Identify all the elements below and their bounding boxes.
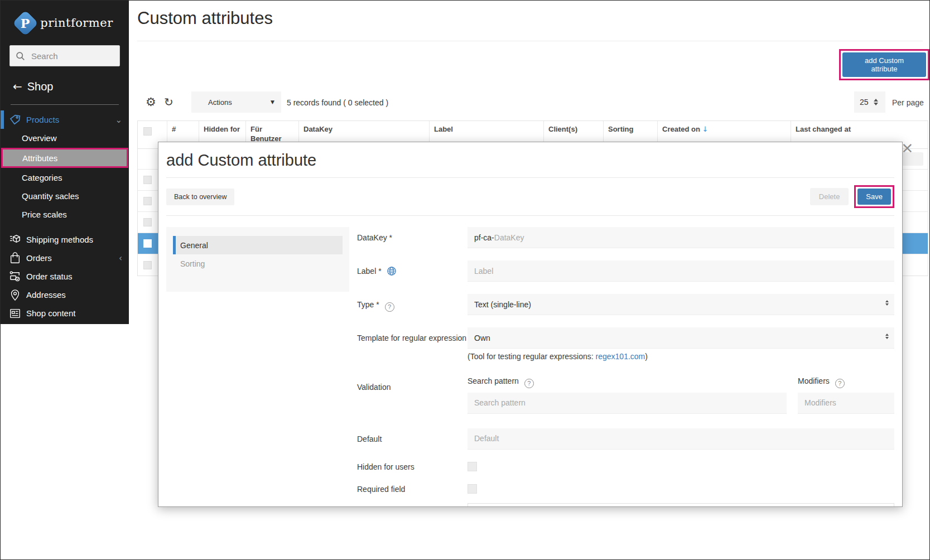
sidebar-item-orders[interactable]: Orders ‹ xyxy=(1,249,129,267)
sidebar-item-label: Quantity sacles xyxy=(22,191,79,201)
page-title: Custom attributes xyxy=(137,8,273,28)
save-button[interactable]: Save xyxy=(857,189,891,205)
regex101-link[interactable]: regex101.com xyxy=(596,352,645,361)
row-checkbox[interactable] xyxy=(143,239,152,248)
datakey-prefix: pf-ca- xyxy=(474,233,494,242)
sidebar-item-label: Price scales xyxy=(22,210,67,219)
sidebar: P printformer ← Shop xyxy=(1,1,129,324)
modal-nav-general[interactable]: General xyxy=(173,236,343,254)
delete-button[interactable]: Delete xyxy=(810,188,849,205)
hidden-for-users-checkbox[interactable] xyxy=(468,462,477,471)
tag-icon xyxy=(8,113,22,127)
per-page-select[interactable]: 25 xyxy=(854,91,885,113)
sidebar-item-shipping-methods[interactable]: Shipping methods xyxy=(1,230,129,249)
add-custom-attribute-button[interactable]: add Custom attribute xyxy=(842,52,926,77)
sidebar-item-addresses[interactable]: Addresses xyxy=(1,286,129,304)
regex-hint: (Tool for testing regular expressions: r… xyxy=(468,352,894,361)
select-stepper-icon xyxy=(885,300,889,306)
sidebar-item-label: Overview xyxy=(22,133,57,143)
label-input[interactable] xyxy=(468,260,894,282)
row-checkbox[interactable] xyxy=(143,261,152,269)
back-arrow-icon: ← xyxy=(13,80,22,93)
refresh-icon[interactable]: ↻ xyxy=(164,95,174,109)
search-pattern-input[interactable] xyxy=(468,393,787,414)
clients-label: Clients * xyxy=(357,503,468,508)
label-label: Label * xyxy=(357,260,468,282)
shop-label: Shop xyxy=(27,80,54,93)
validation-label: Validation xyxy=(357,376,468,414)
screenshot-frame: P printformer ← Shop xyxy=(0,0,930,560)
map-pin-icon xyxy=(8,288,22,302)
close-icon[interactable]: × xyxy=(901,140,914,155)
sidebar-item-shop-content[interactable]: Shop content xyxy=(1,304,129,322)
sidebar-item-categories[interactable]: Categories xyxy=(1,168,129,187)
row-checkbox[interactable] xyxy=(143,176,152,184)
sidebar-item-quantity-sacles[interactable]: Quantity sacles xyxy=(1,187,129,205)
sidebar-item-price-scales[interactable]: Price scales xyxy=(1,205,129,224)
required-field-checkbox[interactable] xyxy=(468,484,477,494)
select-stepper-icon xyxy=(885,334,889,339)
sidebar-item-order-status[interactable]: Order status xyxy=(1,267,129,286)
help-icon[interactable]: ? xyxy=(524,379,534,388)
type-select[interactable]: Text (single-line) xyxy=(468,294,894,315)
logo-text: printformer xyxy=(40,16,113,30)
sort-desc-icon: ↓ xyxy=(702,125,709,133)
back-to-overview-button[interactable]: Back to overview xyxy=(166,189,234,205)
sidebar-divider xyxy=(11,104,119,105)
sidebar-back-shop[interactable]: ← Shop xyxy=(1,80,129,93)
search-icon xyxy=(16,51,25,61)
template-value: Own xyxy=(474,334,490,342)
help-icon[interactable]: ? xyxy=(835,379,845,388)
hidden-for-users-label: Hidden for users xyxy=(357,462,468,472)
row-checkbox[interactable] xyxy=(143,197,152,205)
caret-down-icon: ▼ xyxy=(271,99,274,105)
sidebar-item-overview[interactable]: Overview xyxy=(1,129,129,147)
select-all-checkbox[interactable] xyxy=(143,127,152,136)
type-label: Type * ? xyxy=(357,294,468,315)
sidebar-item-label: Attributes xyxy=(22,153,57,163)
datakey-label: DataKey * xyxy=(357,227,468,248)
gear-icon[interactable]: ⚙ xyxy=(146,95,156,109)
search-pattern-label: Search pattern ? xyxy=(468,376,787,388)
per-page-label: Per page xyxy=(892,98,924,107)
chevron-left-icon: ‹ xyxy=(119,253,122,263)
clients-option-row: Default xyxy=(468,503,894,508)
globe-icon xyxy=(387,266,397,276)
sidebar-item-label: Products xyxy=(26,115,59,124)
sidebar-item-label: Shipping methods xyxy=(26,235,93,244)
per-page-value: 25 xyxy=(860,98,869,107)
save-button-annotation: Save xyxy=(854,185,894,208)
newspaper-icon xyxy=(8,307,22,320)
sidebar-item-attributes[interactable]: Attributes xyxy=(1,148,128,168)
help-icon[interactable]: ? xyxy=(385,302,394,312)
actions-label: Actions xyxy=(208,98,232,107)
header-divider xyxy=(137,41,923,41)
shopping-bag-icon xyxy=(8,252,22,265)
modal-form: DataKey * pf-ca-DataKey Label * xyxy=(357,227,894,507)
workflow-icon xyxy=(8,270,22,283)
sidebar-item-label: Addresses xyxy=(26,290,66,300)
template-select[interactable]: Own xyxy=(468,327,894,349)
search-input[interactable] xyxy=(30,51,110,61)
actions-dropdown[interactable]: Actions ▼ xyxy=(191,91,281,113)
sidebar-item-label: Order status xyxy=(26,272,73,281)
sidebar-item-products[interactable]: Products ⌄ xyxy=(1,110,129,129)
sidebar-item-label: Orders xyxy=(26,253,52,263)
modal-nav-sorting[interactable]: Sorting xyxy=(173,254,343,273)
sidebar-item-label: Categories xyxy=(22,173,62,182)
sidebar-search[interactable] xyxy=(9,45,120,66)
type-value: Text (single-line) xyxy=(474,300,531,309)
logo[interactable]: P printformer xyxy=(1,1,129,37)
default-label: Default xyxy=(357,428,468,450)
sidebar-item-label: Shop content xyxy=(26,308,75,318)
row-checkbox[interactable] xyxy=(143,218,152,226)
template-label: Template for regular expression xyxy=(357,327,468,349)
datakey-placeholder: DataKey xyxy=(494,233,524,242)
add-custom-attribute-annotation: add Custom attribute xyxy=(839,49,929,80)
datakey-input[interactable]: pf-ca-DataKey xyxy=(468,227,894,248)
modifiers-input[interactable] xyxy=(798,393,894,414)
records-count: 5 records found ( 0 selected ) xyxy=(287,98,388,107)
add-custom-attribute-modal: add Custom attribute Back to overview De… xyxy=(158,142,903,507)
default-input[interactable] xyxy=(468,428,894,450)
modifiers-label: Modifiers ? xyxy=(798,376,894,388)
